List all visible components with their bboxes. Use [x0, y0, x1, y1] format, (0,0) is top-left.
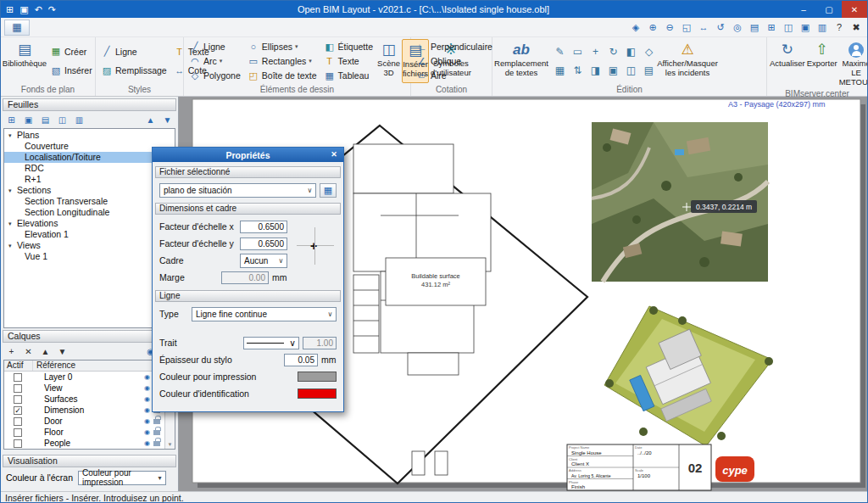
lock-icon[interactable] [153, 441, 160, 446]
report-icon[interactable]: ▥ [815, 20, 830, 35]
scroll-down-icon[interactable]: ▼ [168, 441, 173, 449]
pan-icon[interactable]: ↔ [696, 20, 711, 35]
zoom-extents-icon[interactable]: ◎ [730, 20, 745, 35]
chevron-down-icon[interactable]: ∨ [289, 338, 296, 348]
zoom-out-icon[interactable]: ⊖ [662, 20, 677, 35]
chevron-down-icon[interactable]: ∨ [325, 310, 336, 318]
dessin-ellipses-button[interactable]: ○ Ellipses ▾ [245, 40, 320, 53]
close-view-icon[interactable]: ✖ [849, 20, 864, 35]
tree-group-sections[interactable]: ▾Sections [4, 185, 175, 196]
expander-icon[interactable]: ▾ [8, 185, 17, 196]
lock-icon[interactable] [153, 430, 160, 435]
workspace-button[interactable]: ▦ [4, 20, 30, 36]
zoom-window-icon[interactable]: ◱ [679, 20, 694, 35]
eye-icon[interactable]: ◉ [142, 417, 153, 425]
user-account-button[interactable]: Maxime LE METOUR [839, 39, 868, 87]
close-button[interactable]: ✕ [842, 1, 867, 18]
print-color-swatch[interactable] [298, 372, 337, 382]
id-color-swatch[interactable] [298, 388, 337, 399]
tree-item-rdc[interactable]: RDC [4, 163, 175, 174]
layer-checkbox[interactable] [14, 428, 22, 437]
titlebar[interactable]: ⊞ ▣ ↶ ↷ Open BIM Layout - v2021.c - [C:\… [1, 1, 867, 18]
tree-item-localisation[interactable]: Localisation/Toiture [4, 152, 175, 163]
save-button[interactable]: ▣ [19, 1, 28, 18]
edit-pen-icon[interactable]: ✎ [552, 43, 568, 60]
chevron-down-icon[interactable]: ▾ [154, 474, 165, 482]
oblique-button[interactable]: ∠ Oblique [414, 54, 495, 68]
layer-checkbox[interactable] [14, 417, 22, 426]
layer-row[interactable]: People◉ [4, 438, 164, 449]
tree-item-vue-1[interactable]: Vue 1 [4, 251, 175, 262]
zoom-previous-icon[interactable]: ↺ [713, 20, 728, 35]
inserer-button[interactable]: ▧ Insérer [47, 64, 95, 77]
edit-copy-icon[interactable]: ▣ [605, 62, 621, 79]
chevron-down-icon[interactable]: ▾ [220, 58, 223, 64]
window-tile-icon[interactable]: ▣ [798, 20, 813, 35]
layer-up-button[interactable]: ▲ [38, 344, 53, 358]
dessin-texte-button[interactable]: T Texte [321, 54, 376, 68]
dessin-etiquette-button[interactable]: ◧ Étiquette [321, 40, 376, 53]
layer-row[interactable]: ✓Dimension◉ [4, 405, 164, 416]
scene-3d-button[interactable]: ◫ Scène 3D [377, 39, 400, 83]
layer-row[interactable]: Layer 0◉ [4, 372, 164, 383]
dessin-polygone-button[interactable]: ◇ Polygone [186, 69, 243, 82]
duplicate-sheet-button[interactable]: ▣ [21, 113, 36, 126]
flag-icon[interactable]: ◈ [628, 20, 643, 35]
exporter-button[interactable]: ⇧ Exporter [807, 39, 837, 87]
edit-ungroup-icon[interactable]: ▤ [641, 62, 657, 79]
bibliotheque-button[interactable]: ▤ Bibliothèque [3, 39, 46, 83]
expander-icon[interactable]: ▾ [8, 130, 17, 141]
actualiser-button[interactable]: ↻ Actualiser [770, 39, 805, 87]
anchor-center-icon[interactable]: + [310, 239, 317, 253]
tree-group-elevations[interactable]: ▾Elevations [4, 218, 175, 229]
maximize-button[interactable]: ▢ [816, 1, 842, 18]
dessin-ligne-button[interactable]: ╱ Ligne [186, 40, 243, 53]
edit-rectangle-icon[interactable]: ▭ [570, 43, 586, 60]
tree-item-elevation-1[interactable]: Elevation 1 [4, 229, 175, 240]
window-cascade-icon[interactable]: ◫ [781, 20, 796, 35]
page-setup-button[interactable]: ◫ [55, 113, 70, 126]
layer-checkbox[interactable] [14, 439, 22, 448]
tree-item-section-longitudinale[interactable]: Section Longitudinale [4, 207, 175, 218]
print-sheet-button[interactable]: ▥ [72, 113, 86, 126]
layer-checkbox[interactable] [14, 384, 22, 393]
layer-row[interactable]: Floor◉ [4, 427, 164, 438]
chevron-down-icon[interactable]: ▾ [295, 43, 298, 50]
dialog-titlebar[interactable]: Propriétés ✕ [153, 148, 343, 162]
sheets-tree[interactable]: ▾Plans Couverture Localisation/Toiture R… [3, 128, 175, 328]
line-type-select[interactable]: Ligne fine continue ∨ [192, 307, 337, 321]
edit-order-icon[interactable]: ⇅ [570, 62, 586, 79]
chevron-down-icon[interactable]: ▾ [309, 58, 312, 64]
edit-move-icon[interactable]: + [587, 43, 604, 60]
style-ligne-button[interactable]: ╱ Ligne [98, 45, 170, 59]
stroke-preview-select[interactable]: ∨ [243, 337, 299, 349]
tree-group-plans[interactable]: ▾Plans [4, 130, 175, 141]
layer-checkbox[interactable]: ✓ [14, 406, 22, 415]
frame-select[interactable]: Aucun ∨ [240, 254, 287, 268]
help-icon[interactable]: ? [832, 20, 847, 35]
print-icon[interactable]: ▤ [747, 20, 762, 35]
tree-item-r1[interactable]: R+1 [4, 174, 175, 185]
perpendiculaire-button[interactable]: ∟ Perpendiculaire [414, 40, 495, 53]
eye-icon[interactable]: ◉ [142, 439, 153, 447]
delete-layer-button[interactable]: ✕ [21, 344, 36, 358]
dessin-tableau-button[interactable]: ▦ Tableau [321, 69, 376, 82]
layer-row[interactable]: Surfaces◉ [4, 394, 164, 405]
edit-mirror-icon[interactable]: ◧ [623, 43, 639, 60]
add-layer-button[interactable]: + [4, 344, 19, 358]
add-sheet-button[interactable]: ⊞ [4, 113, 19, 126]
minimize-button[interactable]: – [791, 1, 816, 18]
layer-row[interactable]: Door◉ [4, 416, 164, 427]
screen-color-select[interactable]: Couleur pour impression ▾ [78, 471, 166, 485]
expander-icon[interactable]: ▾ [8, 218, 17, 229]
dialog-close-icon[interactable]: ✕ [327, 149, 341, 160]
eye-icon[interactable]: ◉ [142, 428, 153, 436]
edit-group-icon[interactable]: ◫ [623, 62, 639, 79]
sheet-down-button[interactable]: ▼ [160, 113, 175, 126]
scale-x-field[interactable]: 0.6500 [240, 221, 287, 233]
dessin-rectangles-button[interactable]: ▭ Rectangles ▾ [245, 54, 320, 68]
layer-row[interactable]: View◉ [4, 383, 164, 394]
aire-button[interactable]: ▱ Aire [414, 69, 495, 82]
dessin-boite-button[interactable]: ◰ Boîte de texte [245, 69, 320, 82]
tree-item-couverture[interactable]: Couverture [4, 141, 175, 152]
